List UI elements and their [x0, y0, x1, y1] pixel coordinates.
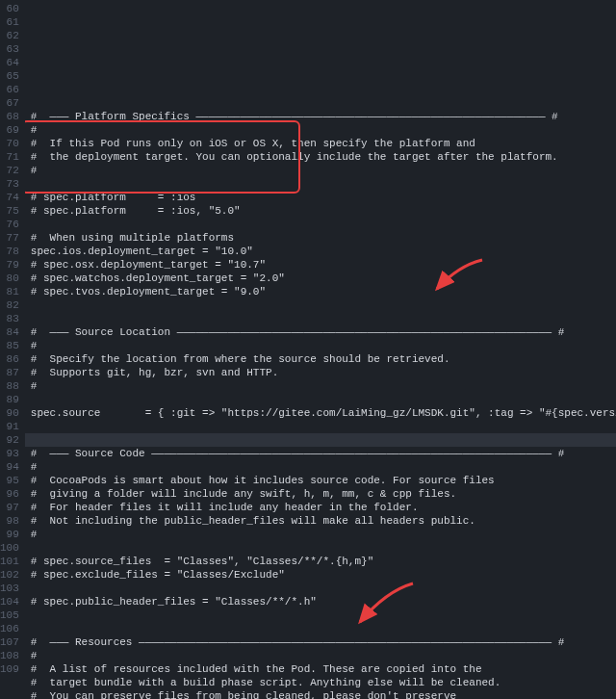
code-line[interactable]: # Supports git, hg, bzr, svn and HTTP. — [31, 366, 616, 379]
code-line[interactable]: # the deployment target. You can optiona… — [31, 150, 616, 164]
line-number: 91 — [0, 420, 19, 433]
code-editor: 6061626364656667686970717273747576777879… — [0, 0, 616, 699]
code-line[interactable]: # spec.public_header_files = "Classes/**… — [31, 595, 616, 608]
code-line[interactable]: # giving a folder will include any swift… — [31, 487, 616, 501]
line-number: 96 — [0, 487, 19, 501]
line-number: 75 — [0, 204, 19, 218]
line-number: 108 — [0, 649, 19, 662]
line-number: 100 — [0, 541, 19, 555]
line-number: 99 — [0, 528, 19, 541]
line-number: 109 — [0, 662, 19, 676]
code-line[interactable]: # spec.platform = :ios, "5.0" — [31, 204, 616, 218]
code-line[interactable] — [31, 433, 616, 447]
line-number: 84 — [0, 325, 19, 339]
code-line[interactable]: # Specify the location from where the so… — [31, 352, 616, 366]
line-number: 80 — [0, 272, 19, 285]
line-number: 83 — [0, 312, 19, 325]
line-number: 93 — [0, 447, 19, 460]
code-line[interactable] — [31, 218, 616, 231]
code-line[interactable] — [31, 420, 616, 433]
code-line[interactable]: # — [31, 339, 616, 352]
line-number: 73 — [0, 177, 19, 191]
code-line[interactable]: # spec.osx.deployment_target = "10.7" — [31, 258, 616, 272]
code-line[interactable]: # CocoaPods is smart about how it includ… — [31, 474, 616, 487]
code-line[interactable]: # spec.source_files = "Classes", "Classe… — [31, 555, 616, 568]
line-number: 101 — [0, 555, 19, 568]
code-line[interactable]: # — [31, 164, 616, 177]
line-number: 78 — [0, 245, 19, 258]
line-number: 89 — [0, 393, 19, 406]
code-line[interactable] — [31, 177, 616, 191]
code-area[interactable]: # ――― Platform Specifics ―――――――――――――――… — [25, 0, 616, 699]
code-line[interactable]: # A list of resources included with the … — [31, 662, 616, 676]
code-line[interactable] — [31, 608, 616, 622]
line-number: 74 — [0, 191, 19, 204]
code-line[interactable]: # spec.watchos.deployment_target = "2.0" — [31, 272, 616, 285]
code-line[interactable]: # spec.platform = :ios — [31, 191, 616, 204]
line-number: 88 — [0, 379, 19, 393]
code-line[interactable]: # — [31, 649, 616, 662]
line-number: 69 — [0, 123, 19, 137]
code-line[interactable] — [31, 312, 616, 325]
line-number: 62 — [0, 29, 19, 42]
line-number: 102 — [0, 568, 19, 582]
line-number: 94 — [0, 460, 19, 474]
line-number: 105 — [0, 608, 19, 622]
line-number: 97 — [0, 501, 19, 514]
code-line[interactable]: # — [31, 460, 616, 474]
code-line[interactable] — [31, 393, 616, 406]
code-line[interactable]: # — [31, 123, 616, 137]
code-line[interactable]: # — [31, 528, 616, 541]
line-number: 63 — [0, 42, 19, 56]
code-line[interactable]: # spec.tvos.deployment_target = "9.0" — [31, 285, 616, 298]
code-line[interactable] — [31, 622, 616, 635]
code-line[interactable]: spec.source = { :git => "https://gitee.c… — [31, 406, 616, 420]
line-number: 95 — [0, 474, 19, 487]
line-number: 82 — [0, 298, 19, 312]
line-number: 106 — [0, 622, 19, 635]
line-number: 71 — [0, 150, 19, 164]
line-number: 77 — [0, 231, 19, 245]
line-number: 66 — [0, 83, 19, 96]
line-number: 68 — [0, 110, 19, 123]
code-line[interactable]: spec.ios.deployment_target = "10.0" — [31, 245, 616, 258]
line-number: 64 — [0, 56, 19, 69]
code-line[interactable]: # Not including the public_header_files … — [31, 514, 616, 528]
code-line[interactable]: # When using multiple platforms — [31, 231, 616, 245]
code-line[interactable]: # target bundle with a build phase scrip… — [31, 676, 616, 689]
code-line[interactable]: # spec.exclude_files = "Classes/Exclude" — [31, 568, 616, 582]
line-number: 85 — [0, 339, 19, 352]
code-line[interactable]: # ――― Source Location ――――――――――――――――――… — [31, 325, 616, 339]
line-number: 104 — [0, 595, 19, 608]
code-line[interactable] — [31, 582, 616, 595]
line-number: 90 — [0, 406, 19, 420]
line-number: 70 — [0, 137, 19, 150]
line-number-gutter: 6061626364656667686970717273747576777879… — [0, 0, 25, 699]
code-line[interactable]: # For header files it will include any h… — [31, 501, 616, 514]
line-number: 65 — [0, 69, 19, 83]
line-number: 79 — [0, 258, 19, 272]
line-number: 61 — [0, 15, 19, 29]
code-line[interactable]: # — [31, 379, 616, 393]
line-number: 60 — [0, 2, 19, 15]
line-number: 87 — [0, 366, 19, 379]
line-number: 103 — [0, 582, 19, 595]
line-number: 92 — [0, 433, 19, 447]
code-line[interactable]: # ――― Source Code ――――――――――――――――――――――… — [31, 447, 616, 460]
line-number: 76 — [0, 218, 19, 231]
code-line[interactable] — [31, 298, 616, 312]
code-line[interactable]: # ――― Platform Specifics ―――――――――――――――… — [31, 110, 616, 123]
line-number: 81 — [0, 285, 19, 298]
code-line[interactable] — [31, 541, 616, 555]
line-number: 72 — [0, 164, 19, 177]
line-number: 67 — [0, 96, 19, 110]
line-number: 107 — [0, 635, 19, 649]
line-number: 86 — [0, 352, 19, 366]
code-line[interactable]: # ――― Resources ――――――――――――――――――――――――… — [31, 635, 616, 649]
line-number: 98 — [0, 514, 19, 528]
code-line[interactable]: # If this Pod runs only on iOS or OS X, … — [31, 137, 616, 150]
code-line[interactable]: # You can preserve files from being clea… — [31, 689, 616, 699]
